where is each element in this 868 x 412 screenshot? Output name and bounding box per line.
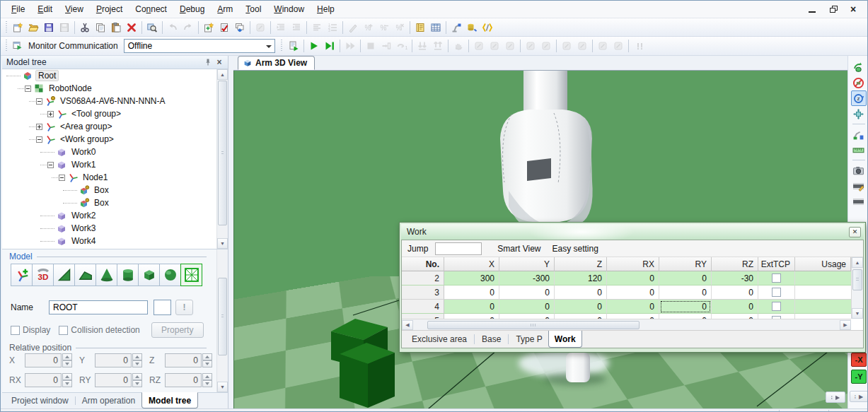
- restore-button[interactable]: [829, 5, 839, 13]
- cell-rx[interactable]: 0: [607, 314, 659, 319]
- spin-down-icon[interactable]: [132, 380, 142, 387]
- menu-view[interactable]: View: [59, 1, 90, 17]
- x-value-input[interactable]: 0: [25, 353, 62, 367]
- shape-tool-ramp-button[interactable]: [74, 264, 96, 286]
- spin-up-icon[interactable]: [62, 353, 72, 360]
- spin-up-icon[interactable]: [202, 373, 212, 380]
- cut-button[interactable]: [77, 20, 93, 35]
- collision-off-button[interactable]: [851, 75, 867, 90]
- find-button[interactable]: [144, 20, 160, 35]
- property-button[interactable]: Property: [151, 322, 204, 338]
- new-project-button[interactable]: [10, 20, 25, 35]
- cell-z[interactable]: 0: [555, 286, 607, 300]
- work-row-4[interactable]: 4000000: [402, 300, 851, 314]
- monitor-mode-select[interactable]: Offline: [124, 39, 275, 53]
- view-minus-y-button[interactable]: -Y: [851, 370, 867, 384]
- run-to-end-button[interactable]: [322, 38, 337, 54]
- shape-tool-view-3d-button[interactable]: 3D: [32, 264, 54, 286]
- arm-view-button[interactable]: [449, 20, 464, 35]
- rz-value-input[interactable]: 0: [165, 373, 202, 387]
- dialog-close-button[interactable]: ✕: [849, 227, 861, 237]
- spin-down-icon[interactable]: [132, 360, 142, 367]
- panel-tab-project-window[interactable]: Project window: [5, 393, 75, 408]
- measure-button[interactable]: [851, 142, 867, 158]
- pan-view-button[interactable]: [851, 106, 867, 122]
- open-project-button[interactable]: [25, 20, 41, 35]
- work-row-2[interactable]: 2300-30012000-30: [402, 271, 851, 286]
- tree-item-node1[interactable]: Node1: [2, 171, 228, 184]
- cell-rx[interactable]: 0: [607, 286, 659, 300]
- tab-arm-3d-view[interactable]: Arm 3D View: [238, 56, 315, 70]
- spin-down-icon[interactable]: [62, 380, 72, 387]
- tree-scrollbar[interactable]: ▲ ▼: [216, 69, 228, 249]
- cell-z[interactable]: 0: [555, 300, 607, 314]
- column-header-rx[interactable]: RX: [607, 257, 659, 271]
- column-header-y[interactable]: Y: [499, 257, 555, 271]
- spin-up-icon[interactable]: [202, 353, 212, 360]
- work-vscroll-thumb[interactable]: [852, 269, 862, 290]
- data-table-button[interactable]: [428, 20, 444, 35]
- shape-tool-sphere-button[interactable]: [159, 264, 181, 286]
- minimize-button[interactable]: [808, 5, 818, 13]
- tree-item-work-group[interactable]: <Work group>: [2, 133, 228, 146]
- name-input[interactable]: ROOT: [49, 300, 148, 314]
- menu-help[interactable]: Help: [311, 1, 341, 17]
- work-dialog-titlebar[interactable]: Work ✕: [401, 224, 864, 240]
- spin-down-icon[interactable]: [202, 360, 212, 367]
- collapse-icon[interactable]: [36, 136, 42, 143]
- collapse-icon[interactable]: [47, 162, 54, 168]
- spin-up-icon[interactable]: [132, 353, 142, 360]
- cell-usage[interactable]: [795, 314, 851, 319]
- cell-usage[interactable]: [795, 271, 851, 286]
- scroll-down-icon[interactable]: ▼: [852, 308, 863, 319]
- viewport-toolbar-handle[interactable]: ⁞▶: [826, 392, 845, 403]
- cell-x[interactable]: 0: [444, 300, 499, 314]
- cell-y[interactable]: 0: [499, 314, 555, 319]
- column-header-z[interactable]: Z: [555, 257, 607, 271]
- z-value-input[interactable]: 0: [165, 353, 202, 367]
- collapse-icon[interactable]: [59, 175, 65, 181]
- orbit-button[interactable]: [851, 59, 867, 75]
- menu-project[interactable]: Project: [90, 1, 129, 17]
- tree-item-tool-group[interactable]: <Tool group>: [2, 107, 228, 120]
- column-header-no[interactable]: No.: [402, 257, 444, 271]
- work-row-5[interactable]: 5000000: [402, 314, 851, 319]
- project-transfer-button[interactable]: [10, 38, 25, 54]
- run-doc-button[interactable]: [286, 38, 301, 54]
- scroll-down-icon[interactable]: ▼: [217, 238, 228, 249]
- tree-item-vs068a4-av6-nnn-nnn-a[interactable]: VS068A4-AV6-NNN-NNN-A: [2, 95, 228, 107]
- ry-value-input[interactable]: 0: [95, 373, 132, 387]
- cell-rz[interactable]: 0: [712, 286, 758, 300]
- collapse-icon[interactable]: [36, 98, 42, 105]
- shape-tool-none-button[interactable]: [180, 264, 202, 286]
- cell-y[interactable]: 0: [499, 286, 555, 300]
- tree-item-work2[interactable]: Work2: [2, 209, 228, 222]
- save-all-button[interactable]: [41, 20, 57, 35]
- model-section-scrollbar[interactable]: ▼: [216, 249, 228, 392]
- scroll-left-icon[interactable]: ◀: [402, 320, 413, 330]
- menu-arm[interactable]: Arm: [211, 1, 239, 17]
- column-header-exttcp[interactable]: ExtTCP: [758, 257, 795, 271]
- tree-item-work4[interactable]: Work4: [2, 235, 228, 247]
- panel-tab-model-tree[interactable]: Model tree: [141, 392, 198, 408]
- tree-item-robotnode[interactable]: RobotNode: [2, 82, 228, 95]
- delete-button[interactable]: [124, 20, 139, 35]
- cell-x[interactable]: 0: [444, 314, 499, 319]
- view-toolbar-handle[interactable]: ⁞▶: [850, 391, 868, 402]
- spin-up-icon[interactable]: [132, 373, 142, 380]
- jump-input[interactable]: [435, 242, 482, 255]
- work-hscroll-thumb[interactable]: [427, 321, 640, 329]
- log-note-button[interactable]: [412, 20, 428, 35]
- rotate-z-button[interactable]: z: [851, 90, 867, 106]
- camera-button[interactable]: [851, 163, 867, 178]
- cell-rz[interactable]: 0: [712, 300, 758, 314]
- column-header-rz[interactable]: RZ: [712, 257, 758, 271]
- movie-edit-button[interactable]: [851, 178, 867, 194]
- rx-value-input[interactable]: 0: [25, 373, 62, 387]
- exttcp-checkbox[interactable]: [772, 288, 781, 297]
- cell-z[interactable]: 0: [555, 314, 607, 319]
- menu-debug[interactable]: Debug: [173, 1, 211, 17]
- column-header-x[interactable]: X: [444, 257, 499, 271]
- tree-item-work3[interactable]: Work3: [2, 222, 228, 235]
- tree-item-area-group[interactable]: <Area group>: [2, 120, 228, 133]
